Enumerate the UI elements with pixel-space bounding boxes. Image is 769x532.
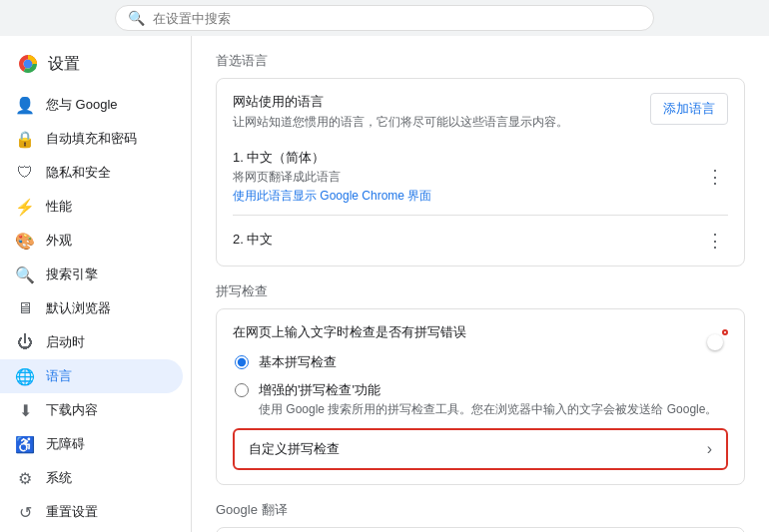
- sidebar-icon-reset: ↺: [16, 503, 34, 521]
- chevron-right-icon: ›: [707, 440, 712, 458]
- basic-spellcheck-radio-item: 基本拼写检查: [235, 353, 726, 371]
- preferred-lang-section-title: 首选语言: [216, 52, 745, 70]
- lang-item-left-0: 1. 中文（简体）将网页翻译成此语言使用此语言显示 Google Chrome …: [233, 149, 431, 205]
- add-language-button[interactable]: 添加语言: [650, 93, 728, 125]
- top-bar: 🔍: [0, 0, 769, 36]
- sidebar-icon-language: 🌐: [16, 367, 34, 385]
- sidebar-icon-appearance: 🎨: [16, 232, 34, 250]
- enhanced-spellcheck-radio-item: 增强的'拼写检查'功能 使用 Google 搜索所用的拼写检查工具。您在浏览器中…: [235, 381, 726, 418]
- sidebar-items-list: 👤 您与 Google 🔒 自动填充和密码 🛡 隐私和安全 ⚡ 性能 🎨 外观 …: [0, 88, 191, 532]
- spellcheck-toggle-label: 在网页上输入文字时检查是否有拼写错误: [233, 323, 466, 341]
- sidebar-icon-startup: ⏻: [16, 333, 34, 351]
- spellcheck-toggle-row: 在网页上输入文字时检查是否有拼写错误: [233, 323, 728, 341]
- sidebar-label-autofill: 自动填充和密码: [46, 130, 167, 148]
- search-bar: 🔍: [115, 5, 654, 31]
- website-lang-title: 网站使用的语言: [233, 93, 650, 111]
- sidebar-item-startup[interactable]: ⏻ 启动时: [0, 325, 183, 359]
- sidebar-item-autofill[interactable]: 🔒 自动填充和密码: [0, 122, 183, 156]
- basic-spellcheck-label: 基本拼写检查: [259, 353, 337, 371]
- main-layout: 设置 👤 您与 Google 🔒 自动填充和密码 🛡 隐私和安全 ⚡ 性能 🎨 …: [0, 36, 769, 532]
- translate-card: 使用'Google 翻译' 当此功能处于开启状态时，'Google 翻译'会询问…: [216, 527, 745, 532]
- sidebar-item-system[interactable]: ⚙ 系统: [0, 461, 183, 495]
- sidebar-icon-performance: ⚡: [16, 198, 34, 216]
- sidebar-icon-browser: 🖥: [16, 299, 34, 317]
- website-lang-card: 网站使用的语言 让网站知道您惯用的语言，它们将尽可能以这些语言显示内容。 添加语…: [216, 78, 745, 266]
- website-lang-desc: 让网站知道您惯用的语言，它们将尽可能以这些语言显示内容。: [233, 114, 650, 131]
- sidebar-icon-downloads: ⬇: [16, 401, 34, 419]
- website-lang-header-text: 网站使用的语言 让网站知道您惯用的语言，它们将尽可能以这些语言显示内容。: [233, 93, 650, 131]
- sidebar-label-startup: 启动时: [46, 333, 167, 351]
- custom-spellcheck-row[interactable]: 自定义拼写检查 ›: [233, 428, 728, 470]
- sidebar-label-performance: 性能: [46, 198, 167, 216]
- translate-section: Google 翻译 使用'Google 翻译' 当此功能处于开启状态时，'Goo…: [216, 501, 745, 532]
- spellcheck-radio-group: 基本拼写检查 增强的'拼写检查'功能 使用 Google 搜索所用的拼写检查工具…: [233, 353, 728, 418]
- sidebar: 设置 👤 您与 Google 🔒 自动填充和密码 🛡 隐私和安全 ⚡ 性能 🎨 …: [0, 36, 192, 532]
- sidebar-label-search: 搜索引擎: [46, 266, 167, 283]
- spellcheck-toggle-highlight: [722, 329, 728, 335]
- search-icon: 🔍: [128, 10, 145, 26]
- sidebar-label-system: 系统: [46, 469, 167, 487]
- basic-spellcheck-radio[interactable]: [235, 355, 249, 369]
- sidebar-item-browser[interactable]: 🖥 默认浏览器: [0, 291, 183, 325]
- lang-item-left-1: 2. 中文: [233, 231, 273, 251]
- lang-sub-0: 将网页翻译成此语言: [233, 169, 431, 186]
- search-input[interactable]: [153, 11, 641, 26]
- sidebar-label-appearance: 外观: [46, 232, 167, 250]
- svg-point-1: [25, 61, 31, 67]
- sidebar-icon-system: ⚙: [16, 469, 34, 487]
- sidebar-item-accessibility[interactable]: ♿ 无障碍: [0, 427, 183, 461]
- sidebar-icon-privacy: 🛡: [16, 164, 34, 182]
- spellcheck-card: 在网页上输入文字时检查是否有拼写错误 基本拼写检查: [216, 308, 745, 485]
- sidebar-item-privacy[interactable]: 🛡 隐私和安全: [0, 156, 183, 190]
- sidebar-item-downloads[interactable]: ⬇ 下载内容: [0, 393, 183, 427]
- website-lang-card-header: 网站使用的语言 让网站知道您惯用的语言，它们将尽可能以这些语言显示内容。 添加语…: [217, 79, 744, 139]
- sidebar-label-google: 您与 Google: [46, 96, 167, 114]
- enhanced-spellcheck-label-wrap: 增强的'拼写检查'功能 使用 Google 搜索所用的拼写检查工具。您在浏览器中…: [259, 381, 717, 418]
- sidebar-header: 设置: [0, 44, 191, 88]
- sidebar-icon-autofill: 🔒: [16, 130, 34, 148]
- spellcheck-section-title: 拼写检查: [216, 282, 745, 300]
- sidebar-icon-google: 👤: [16, 96, 34, 114]
- chrome-logo-icon: [16, 52, 40, 76]
- lang-menu-icon-0[interactable]: ⋮: [702, 162, 728, 192]
- lang-menu-icon-1[interactable]: ⋮: [702, 226, 728, 256]
- enhanced-spellcheck-radio[interactable]: [235, 383, 249, 397]
- lang-link-0[interactable]: 使用此语言显示 Google Chrome 界面: [233, 189, 431, 203]
- sidebar-label-accessibility: 无障碍: [46, 435, 167, 453]
- enhanced-spellcheck-label: 增强的'拼写检查'功能: [259, 381, 717, 399]
- lang-name-1: 2. 中文: [233, 231, 273, 249]
- sidebar-label-downloads: 下载内容: [46, 401, 167, 419]
- sidebar-label-reset: 重置设置: [46, 503, 167, 521]
- lang-item-1: 2. 中文 ⋮: [217, 216, 744, 266]
- content-area: 首选语言 网站使用的语言 让网站知道您惯用的语言，它们将尽可能以这些语言显示内容…: [192, 36, 769, 532]
- sidebar-item-reset[interactable]: ↺ 重置设置: [0, 495, 183, 529]
- sidebar-item-appearance[interactable]: 🎨 外观: [0, 224, 183, 258]
- sidebar-label-language: 语言: [46, 367, 167, 385]
- sidebar-item-language[interactable]: 🌐 语言: [0, 359, 183, 393]
- sidebar-icon-search: 🔍: [16, 266, 34, 283]
- sidebar-item-search[interactable]: 🔍 搜索引擎: [0, 258, 183, 291]
- sidebar-icon-accessibility: ♿: [16, 435, 34, 453]
- lang-name-0: 1. 中文（简体）: [233, 149, 431, 167]
- lang-item-0: 1. 中文（简体）将网页翻译成此语言使用此语言显示 Google Chrome …: [217, 139, 744, 215]
- language-items-container: 1. 中文（简体）将网页翻译成此语言使用此语言显示 Google Chrome …: [217, 139, 744, 266]
- sidebar-label-browser: 默认浏览器: [46, 299, 167, 317]
- sidebar-label-privacy: 隐私和安全: [46, 164, 167, 182]
- sidebar-item-google[interactable]: 👤 您与 Google: [0, 88, 183, 122]
- sidebar-item-performance[interactable]: ⚡ 性能: [0, 190, 183, 224]
- sidebar-title: 设置: [48, 54, 80, 75]
- enhanced-spellcheck-desc: 使用 Google 搜索所用的拼写检查工具。您在浏览器中输入的文字会被发送给 G…: [259, 401, 717, 418]
- basic-spellcheck-label-wrap: 基本拼写检查: [259, 353, 337, 371]
- custom-spellcheck-label: 自定义拼写检查: [249, 440, 340, 458]
- translate-section-title: Google 翻译: [216, 501, 745, 519]
